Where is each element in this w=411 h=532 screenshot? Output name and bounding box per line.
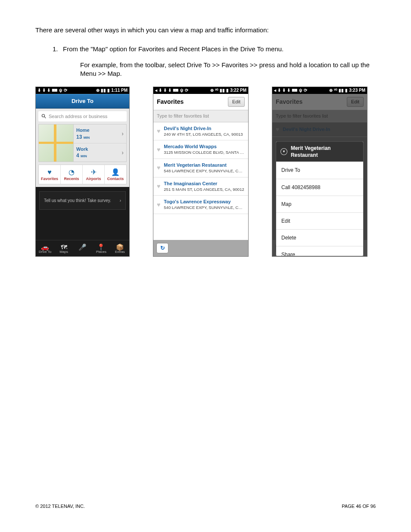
footer-copyright: © 2012 TELENAV, INC. xyxy=(35,503,85,510)
person-icon: 👤 xyxy=(105,168,126,175)
tab-maps[interactable]: 🗺Maps xyxy=(54,243,73,255)
screenshot-context-menu: ◂⬇⬇⬇🀰ψ⟳ ⊕³ᴳ▮▮▮3:23 PM Favorites Edit Typ… xyxy=(272,87,367,257)
sync-icon: ⟳ xyxy=(304,88,307,93)
list-item[interactable]: ♥Merit Vegeterian Restaurant548 LAWRENCE… xyxy=(153,159,248,177)
download-icon: ⬇ xyxy=(282,88,286,93)
list-item-name: Devil's Night Drive-In xyxy=(164,125,245,132)
category-airports[interactable]: ✈Airports xyxy=(83,165,105,184)
sd-icon: 🀰 xyxy=(173,88,179,93)
back-icon: ◂ xyxy=(274,88,276,93)
car-icon: 🚗 xyxy=(36,243,54,250)
heart-icon: ♥ xyxy=(157,182,160,190)
step-text: From the "Map" option for Favorites and … xyxy=(63,45,283,53)
refresh-button[interactable]: ↻ xyxy=(156,243,168,253)
signal-icon: ▮▮ xyxy=(220,88,225,93)
bottom-tabs: 🚗Drive To 🗺Maps 🎤 📍Places 📦Extras xyxy=(36,240,129,256)
download-icon: ⬇ xyxy=(168,88,171,93)
tab-label: Drive To xyxy=(36,250,54,255)
context-menu-item[interactable]: Share xyxy=(276,246,363,256)
signal-icon: ▮▮ xyxy=(101,88,106,93)
context-menu-item[interactable]: Delete xyxy=(276,229,363,246)
category-favorites[interactable]: ♥Favorites xyxy=(39,165,61,184)
context-menu-item[interactable]: Drive To xyxy=(276,162,363,178)
download-icon: ⬇ xyxy=(37,88,41,93)
mic-icon: 🎤 xyxy=(73,243,92,250)
list-item[interactable]: ♥The Imaginasian Center251 S MAIN ST, LO… xyxy=(153,177,248,196)
svg-point-0 xyxy=(42,115,44,117)
modal-overlay: ▾ Merit Vegeterian Restaurant Drive ToCa… xyxy=(272,94,367,256)
heart-icon: ♥ xyxy=(39,168,60,175)
category-recents[interactable]: ◔Recents xyxy=(61,165,83,184)
pin-icon: 📍 xyxy=(92,243,110,250)
list-item[interactable]: ♥Togo's Lawrence Expressway540 LAWRENCE … xyxy=(153,196,248,214)
usb-icon: ψ xyxy=(59,88,62,93)
usb-icon: ψ xyxy=(299,88,302,93)
step-number: 1. xyxy=(53,45,63,53)
survey-card[interactable]: Tell us what you think! Take survey. › xyxy=(39,191,126,210)
download-icon: ⬇ xyxy=(42,88,46,93)
context-menu-item[interactable]: Edit xyxy=(276,212,363,229)
plane-icon: ✈ xyxy=(83,168,104,175)
chevron-right-icon: › xyxy=(121,130,124,138)
category-contacts[interactable]: 👤Contacts xyxy=(105,165,126,184)
home-row[interactable]: Home 13 MIN › xyxy=(74,124,126,143)
context-menu-item[interactable]: Call 4082458988 xyxy=(276,179,363,196)
tab-places[interactable]: 📍Places xyxy=(92,243,110,255)
tab-voice[interactable]: 🎤 xyxy=(73,243,92,255)
context-menu-item[interactable]: Map xyxy=(276,196,363,212)
map-thumbnail xyxy=(39,124,74,162)
cat-label: Contacts xyxy=(105,176,126,181)
dropdown-icon: ▾ xyxy=(280,148,287,155)
list-item[interactable]: ♥Mercado World Wrapps3125 MISSION COLLEG… xyxy=(153,140,248,159)
bottom-bar: ↻ xyxy=(153,240,248,256)
cat-label: Favorites xyxy=(39,176,60,181)
heart-icon: ♥ xyxy=(157,127,160,135)
list-item[interactable]: ♥Devil's Night Drive-In240 W 4TH ST, LOS… xyxy=(153,122,248,141)
edit-button[interactable]: Edit xyxy=(228,97,245,107)
status-bar: ◂⬇⬇⬇🀰ψ⟳ ⊕³ᴳ▮▮▮3:23 PM xyxy=(272,87,367,94)
clock-icon: ◔ xyxy=(61,168,82,175)
work-row[interactable]: Work 4 MIN › xyxy=(74,143,126,162)
sync-icon: ⟳ xyxy=(64,88,67,93)
survey-text: Tell us what you think! Take survey. xyxy=(44,198,111,204)
status-time: 3:22 PM xyxy=(230,88,246,93)
status-bar: ◂⬇⬇⬇🀰ψ⟳ ⊕³ᴳ▮▮▮3:22 PM xyxy=(153,87,248,94)
battery-icon: ▮ xyxy=(345,88,348,93)
tab-extras[interactable]: 📦Extras xyxy=(111,243,129,255)
search-placeholder: Search address or business xyxy=(49,113,107,120)
search-icon xyxy=(41,114,46,118)
search-input[interactable]: Search address or business xyxy=(38,111,127,122)
footer-page-number: PAGE 46 OF 96 xyxy=(342,503,376,510)
list-item-address: 548 LAWRENCE EXPY, SUNNYVALE, CA, 94085 xyxy=(164,168,245,174)
cat-label: Airports xyxy=(83,176,104,181)
min-unit: MIN xyxy=(81,154,87,158)
tab-label: Maps xyxy=(54,250,73,255)
filter-input[interactable]: Type to filter favorites list xyxy=(153,110,248,122)
refresh-icon: ↻ xyxy=(160,244,165,252)
gps-icon: ⊕ xyxy=(329,88,333,93)
favorites-header: Favorites Edit xyxy=(153,94,248,110)
status-time: 1:11 PM xyxy=(111,88,128,93)
work-minutes: 4 xyxy=(76,152,79,159)
download-icon: ⬇ xyxy=(47,88,50,93)
status-time: 3:23 PM xyxy=(349,88,365,93)
svg-line-1 xyxy=(44,117,46,118)
context-menu: ▾ Merit Vegeterian Restaurant Drive ToCa… xyxy=(276,141,364,256)
favorites-list: ♥Devil's Night Drive-In240 W 4TH ST, LOS… xyxy=(153,122,248,240)
home-label: Home xyxy=(76,127,90,134)
gps-icon: ⊕ xyxy=(210,88,214,93)
step-example: For example, from the toolbar, select Dr… xyxy=(80,61,376,78)
screenshot-drive-to: ⬇ ⬇ ⬇ 🀰 ψ ⟳ ⊕ ▮▮ ▮ 1:11 PM Drive To xyxy=(35,87,130,257)
home-minutes: 13 xyxy=(76,134,82,140)
network-icon: ³ᴳ xyxy=(215,88,218,93)
tab-drive-to[interactable]: 🚗Drive To xyxy=(36,243,54,255)
sd-icon: 🀰 xyxy=(52,88,58,93)
status-bar: ⬇ ⬇ ⬇ 🀰 ψ ⟳ ⊕ ▮▮ ▮ 1:11 PM xyxy=(36,87,129,94)
tab-label: Places xyxy=(92,250,110,255)
list-item-name: The Imaginasian Center xyxy=(164,180,245,187)
list-item-address: 251 S MAIN ST, LOS ANGELES, CA, 90012 xyxy=(164,187,245,193)
gps-icon: ⊕ xyxy=(96,88,100,93)
battery-icon: ▮ xyxy=(107,88,110,93)
chevron-right-icon: › xyxy=(121,149,124,157)
heart-icon: ♥ xyxy=(157,201,160,209)
